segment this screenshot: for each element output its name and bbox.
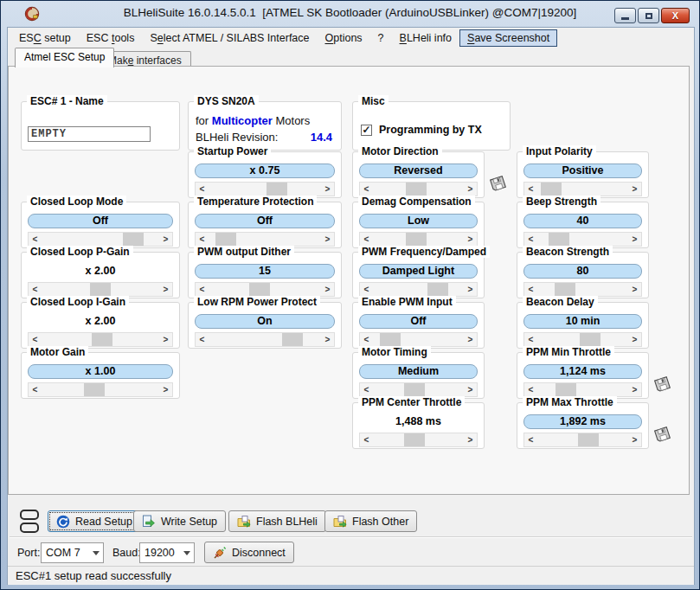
motor-direction-save-default-floppy-icon[interactable]: [489, 174, 508, 193]
beacon-strength-value[interactable]: 80: [523, 264, 642, 279]
scroll-track[interactable]: [537, 433, 628, 446]
scroll-left-arrow[interactable]: <: [29, 383, 42, 396]
esc-slot-indicator-2[interactable]: [20, 523, 39, 533]
menu-save-screenshot[interactable]: Save Screenshot: [459, 29, 557, 47]
scroll-right-arrow[interactable]: >: [321, 283, 334, 296]
scroll-track[interactable]: [537, 283, 628, 296]
scroll-left-arrow[interactable]: <: [196, 333, 209, 346]
beep-strength-scrollbar[interactable]: < >: [523, 232, 642, 247]
disconnect-button[interactable]: Disconnect: [204, 542, 294, 563]
scroll-thumb[interactable]: [282, 333, 303, 346]
scroll-thumb[interactable]: [123, 233, 144, 246]
scroll-track[interactable]: [373, 283, 464, 296]
scroll-right-arrow[interactable]: >: [464, 433, 477, 446]
scroll-right-arrow[interactable]: >: [628, 283, 641, 296]
closed-loop-p-gain-scrollbar[interactable]: < >: [28, 282, 173, 297]
scroll-thumb[interactable]: [404, 433, 425, 446]
scroll-right-arrow[interactable]: >: [464, 283, 477, 296]
scroll-left-arrow[interactable]: <: [360, 433, 373, 446]
scroll-right-arrow[interactable]: >: [464, 383, 477, 396]
scroll-left-arrow[interactable]: <: [524, 183, 537, 196]
scroll-thumb[interactable]: [578, 433, 599, 446]
startup-power-value[interactable]: x 0.75: [195, 164, 335, 178]
startup-power-scrollbar[interactable]: < >: [195, 182, 335, 196]
scroll-left-arrow[interactable]: <: [524, 333, 537, 346]
title-bar[interactable]: BLHeliSuite 16.0.14.5.0.1 [ATMEL SK Boot…: [1, 1, 699, 27]
pwm-frequency-damped-scrollbar[interactable]: < >: [359, 282, 478, 297]
beacon-strength-scrollbar[interactable]: < >: [523, 282, 642, 297]
scroll-track[interactable]: [373, 333, 464, 346]
menu-[interactable]: ?: [370, 29, 392, 47]
scroll-right-arrow[interactable]: >: [159, 233, 172, 246]
scroll-right-arrow[interactable]: >: [628, 383, 641, 396]
motor-gain-scrollbar[interactable]: < >: [28, 382, 173, 397]
scroll-thumb[interactable]: [215, 233, 236, 246]
scroll-left-arrow[interactable]: <: [196, 233, 209, 246]
scroll-thumb[interactable]: [84, 383, 105, 396]
scroll-thumb[interactable]: [555, 283, 575, 296]
scroll-right-arrow[interactable]: >: [159, 383, 172, 396]
scroll-track[interactable]: [209, 183, 321, 196]
enable-pwm-input-scrollbar[interactable]: < >: [359, 332, 478, 347]
demag-compensation-value[interactable]: Low: [359, 214, 478, 228]
scroll-track[interactable]: [209, 333, 321, 346]
scroll-right-arrow[interactable]: >: [464, 333, 477, 346]
esc-slot-indicator-1[interactable]: [20, 510, 39, 520]
scroll-thumb[interactable]: [427, 283, 448, 296]
scroll-left-arrow[interactable]: <: [524, 383, 537, 396]
pwm-frequency-damped-value[interactable]: Damped Light: [359, 264, 478, 279]
beep-strength-value[interactable]: 40: [523, 214, 642, 228]
esc-name-input[interactable]: EMPTY: [28, 126, 151, 142]
menu-options[interactable]: Options: [318, 29, 370, 47]
scroll-left-arrow[interactable]: <: [360, 383, 373, 396]
baud-select[interactable]: 19200: [139, 542, 195, 563]
ppm-min-throttle-value[interactable]: 1,124 ms: [523, 364, 642, 379]
scroll-left-arrow[interactable]: <: [29, 333, 42, 346]
scroll-right-arrow[interactable]: >: [464, 183, 477, 196]
input-polarity-value[interactable]: Positive: [523, 164, 642, 178]
scroll-track[interactable]: [373, 183, 464, 196]
close-button[interactable]: X: [661, 8, 690, 23]
tab-atmel-esc-setup[interactable]: Atmel ESC Setup: [15, 48, 114, 67]
low-rpm-power-protect-value[interactable]: On: [195, 314, 335, 329]
scroll-left-arrow[interactable]: <: [360, 333, 373, 346]
pwm-output-dither-value[interactable]: 15: [195, 264, 335, 279]
minimize-button[interactable]: [614, 8, 636, 23]
scroll-thumb[interactable]: [90, 283, 111, 296]
beacon-delay-value[interactable]: 10 min: [523, 314, 642, 329]
scroll-thumb[interactable]: [92, 333, 112, 346]
scroll-right-arrow[interactable]: >: [159, 283, 172, 296]
input-polarity-scrollbar[interactable]: < >: [523, 182, 642, 196]
scroll-track[interactable]: [537, 233, 628, 246]
scroll-track[interactable]: [373, 433, 464, 446]
menu-blheli-info[interactable]: BLHeli info: [392, 29, 459, 47]
closed-loop-i-gain-scrollbar[interactable]: < >: [28, 332, 173, 347]
scroll-track[interactable]: [209, 283, 321, 296]
scroll-track[interactable]: [373, 383, 464, 396]
scroll-right-arrow[interactable]: >: [628, 333, 641, 346]
port-select[interactable]: COM 7: [41, 542, 104, 563]
scroll-right-arrow[interactable]: >: [321, 333, 334, 346]
motor-gain-value[interactable]: x 1.00: [28, 364, 173, 379]
scroll-thumb[interactable]: [580, 333, 600, 346]
menu-select-atmel-silabs-interface[interactable]: Select ATMEL / SILABS Interface: [142, 29, 317, 47]
scroll-left-arrow[interactable]: <: [29, 233, 42, 246]
scroll-right-arrow[interactable]: >: [628, 233, 641, 246]
scroll-thumb[interactable]: [541, 183, 562, 196]
scroll-track[interactable]: [42, 233, 159, 246]
closed-loop-mode-value[interactable]: Off: [28, 214, 173, 228]
scroll-right-arrow[interactable]: >: [321, 183, 334, 196]
scroll-left-arrow[interactable]: <: [524, 433, 537, 446]
ppm-min-throttle-scrollbar[interactable]: < >: [523, 382, 642, 397]
flash-blheli-button[interactable]: Flash BLHeli: [228, 510, 326, 532]
temperature-protection-scrollbar[interactable]: < >: [195, 232, 335, 247]
scroll-left-arrow[interactable]: <: [196, 283, 209, 296]
flash-other-button[interactable]: Flash Other: [324, 510, 417, 532]
scroll-track[interactable]: [42, 333, 159, 346]
enable-pwm-input-value[interactable]: Off: [359, 314, 478, 329]
scroll-right-arrow[interactable]: >: [159, 333, 172, 346]
ppm-max-throttle-save-default-floppy-icon[interactable]: [653, 425, 672, 444]
closed-loop-mode-scrollbar[interactable]: < >: [28, 232, 173, 247]
ppm-max-throttle-value[interactable]: 1,892 ms: [523, 414, 642, 429]
motor-timing-scrollbar[interactable]: < >: [359, 382, 478, 397]
